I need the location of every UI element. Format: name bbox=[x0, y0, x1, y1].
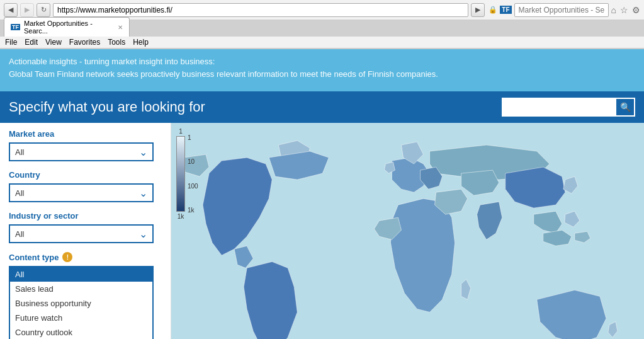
home-icon[interactable]: ⌂ bbox=[611, 5, 616, 15]
menu-help[interactable]: Help bbox=[133, 38, 149, 47]
market-area-label: Market area bbox=[9, 129, 162, 139]
tagline-line1: Actionable insights - turning market ins… bbox=[9, 55, 635, 68]
filters-sidebar: Market area All ⌄ Country All ⌄ Industry… bbox=[0, 123, 171, 339]
tab-label: Market Opportunities - Searc... bbox=[24, 20, 114, 35]
dropdown-item-business-opportunity[interactable]: Business opportunity bbox=[10, 296, 152, 311]
content-type-dropdown: All Sales lead Business opportunity Futu… bbox=[9, 266, 154, 339]
menu-file[interactable]: File bbox=[5, 38, 17, 47]
legend-tick-labels: 1 10 100 1k bbox=[188, 128, 198, 220]
dropdown-item-country-outlook[interactable]: Country outlook bbox=[10, 325, 152, 339]
tagline: Actionable insights - turning market ins… bbox=[9, 55, 635, 80]
main-panel: Specify what you are looking for 🔍 Marke… bbox=[0, 91, 644, 339]
browser-chrome: ◀ ▶ ↻ ▶ 🔒 TF ⌂ ☆ ⚙ TF Market Opportuniti… bbox=[0, 0, 644, 49]
active-tab[interactable]: TF Market Opportunities - Searc... ✕ bbox=[4, 17, 130, 37]
search-title: Specify what you are looking for bbox=[9, 99, 205, 115]
industry-filter: Industry or sector All ⌄ bbox=[9, 211, 162, 243]
country-filter: Country All ⌄ bbox=[9, 170, 162, 202]
legend-min-label: 1k bbox=[178, 213, 184, 220]
search-icon: 🔍 bbox=[620, 102, 631, 112]
tf-badge: TF bbox=[500, 6, 511, 14]
menu-view[interactable]: View bbox=[45, 38, 62, 47]
dropdown-item-future-watch[interactable]: Future watch bbox=[10, 311, 152, 325]
info-icon: ! bbox=[62, 252, 72, 262]
legend: 1 1k 1 10 100 1k bbox=[176, 128, 198, 220]
industry-select[interactable]: All ⌄ bbox=[9, 224, 154, 243]
industry-value: All bbox=[15, 229, 24, 239]
browser-search-input[interactable] bbox=[514, 3, 609, 17]
country-label: Country bbox=[9, 170, 162, 180]
address-bar[interactable] bbox=[53, 3, 468, 17]
country-arrow-icon: ⌄ bbox=[139, 187, 147, 199]
favorites-star-icon[interactable]: ☆ bbox=[620, 5, 628, 15]
search-input[interactable] bbox=[502, 98, 615, 117]
search-input-wrap: 🔍 bbox=[502, 98, 635, 117]
tf-tab-icon: TF bbox=[11, 24, 20, 30]
legend-tick-1: 1 bbox=[188, 134, 198, 141]
market-area-arrow-icon: ⌄ bbox=[139, 146, 147, 158]
legend-gradient-bar bbox=[176, 136, 185, 212]
map-area: 1 1k 1 10 100 1k bbox=[171, 123, 644, 339]
content-type-filter: Content type ! All Sales lead Business o… bbox=[9, 252, 162, 339]
menu-favorites[interactable]: Favorites bbox=[69, 38, 100, 47]
market-area-value: All bbox=[15, 147, 24, 157]
search-header: Specify what you are looking for 🔍 bbox=[0, 91, 644, 123]
content-type-label: Content type bbox=[9, 253, 59, 262]
legend-tick-10: 10 bbox=[188, 158, 198, 165]
country-value: All bbox=[15, 188, 24, 198]
tagline-line2: Global Team Finland network seeks proact… bbox=[9, 68, 635, 81]
legend-tick-1k: 1k bbox=[188, 207, 198, 214]
go-button[interactable]: ▶ bbox=[471, 3, 485, 17]
page-header: Actionable insights - turning market ins… bbox=[0, 49, 644, 91]
market-area-select[interactable]: All ⌄ bbox=[9, 142, 154, 161]
content-area: Market area All ⌄ Country All ⌄ Industry… bbox=[0, 123, 644, 339]
tab-close-icon[interactable]: ✕ bbox=[118, 24, 123, 31]
market-area-filter: Market area All ⌄ bbox=[9, 129, 162, 161]
menu-bar: File Edit View Favorites Tools Help bbox=[0, 37, 644, 49]
browser-icons: ⌂ ☆ ⚙ bbox=[611, 5, 640, 15]
legend-tick-100: 100 bbox=[188, 183, 198, 190]
security-icon: 🔒 bbox=[489, 6, 497, 14]
refresh-button[interactable]: ↻ bbox=[37, 3, 50, 17]
dropdown-item-sales-lead[interactable]: Sales lead bbox=[10, 282, 152, 296]
back-button[interactable]: ◀ bbox=[4, 3, 18, 17]
dropdown-item-all[interactable]: All bbox=[10, 267, 152, 282]
search-button[interactable]: 🔍 bbox=[615, 98, 635, 117]
legend-max-label: 1 bbox=[179, 128, 183, 135]
world-map-svg bbox=[171, 123, 644, 339]
tab-bar: TF Market Opportunities - Searc... ✕ bbox=[0, 20, 644, 37]
settings-icon[interactable]: ⚙ bbox=[632, 5, 640, 15]
forward-button[interactable]: ▶ bbox=[20, 3, 34, 17]
menu-tools[interactable]: Tools bbox=[108, 38, 125, 47]
menu-edit[interactable]: Edit bbox=[25, 38, 38, 47]
industry-arrow-icon: ⌄ bbox=[139, 228, 147, 240]
industry-label: Industry or sector bbox=[9, 211, 162, 221]
legend-bar-wrap: 1 1k bbox=[176, 128, 185, 220]
country-select[interactable]: All ⌄ bbox=[9, 183, 154, 202]
content-type-header: Content type ! bbox=[9, 252, 162, 262]
